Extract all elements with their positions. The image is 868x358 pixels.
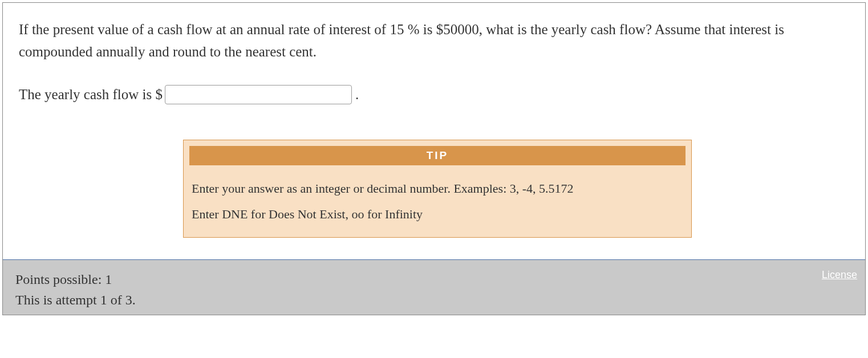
answer-row: The yearly cash flow is $ . — [19, 85, 849, 104]
tip-header: TIP — [189, 146, 686, 165]
question-prompt: If the present value of a cash flow at a… — [19, 19, 849, 63]
attempt-info: This is attempt 1 of 3. — [15, 290, 853, 310]
license-link[interactable]: License — [822, 269, 857, 281]
tip-line-2: Enter DNE for Does Not Exist, oo for Inf… — [189, 201, 686, 227]
question-container: If the present value of a cash flow at a… — [2, 2, 866, 315]
answer-suffix: . — [355, 87, 359, 103]
answer-input[interactable] — [165, 85, 352, 104]
question-footer: Points possible: 1 This is attempt 1 of … — [3, 259, 865, 315]
question-body: If the present value of a cash flow at a… — [3, 3, 865, 259]
tip-box: TIP Enter your answer as an integer or d… — [183, 140, 692, 238]
tip-line-1: Enter your answer as an integer or decim… — [189, 176, 686, 201]
points-possible: Points possible: 1 — [15, 269, 853, 290]
answer-prefix: The yearly cash flow is $ — [19, 87, 163, 103]
